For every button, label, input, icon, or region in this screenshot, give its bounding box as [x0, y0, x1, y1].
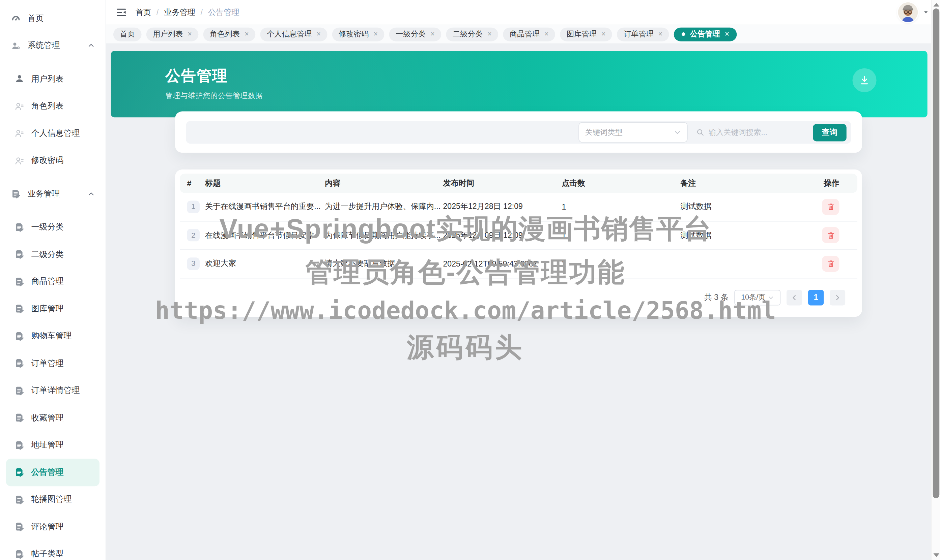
sidebar-item-label: 个人信息管理	[31, 128, 80, 139]
keyword-type-select[interactable]: 关键词类型	[579, 122, 687, 143]
menu-fold-icon[interactable]	[116, 7, 127, 18]
tab-order[interactable]: 订单管理 ×	[617, 27, 669, 41]
delete-button[interactable]	[822, 256, 840, 272]
sidebar-item-announcement[interactable]: 公告管理	[6, 459, 99, 486]
current-page[interactable]: 1	[808, 289, 824, 305]
close-icon[interactable]: ×	[374, 31, 377, 38]
sidebar-group-system[interactable]: 系统管理	[6, 32, 99, 59]
close-icon[interactable]: ×	[544, 31, 548, 38]
table-header: # 标题 内容 发布时间 点击数 备注 操作	[180, 174, 857, 193]
sidebar-item-order[interactable]: 订单管理	[6, 350, 99, 377]
pagination-total: 共 3 条	[704, 292, 729, 303]
sidebar-group-business[interactable]: 业务管理	[6, 180, 99, 208]
document-edit-icon	[14, 495, 25, 505]
cell-content: 为进一步提升用户体验、保障内...	[325, 202, 443, 212]
cell-title: 在线漫画书销售平台节假日安排	[205, 230, 325, 241]
sidebar-item-label: 角色列表	[31, 101, 63, 112]
tab-label: 图库管理	[566, 29, 597, 39]
col-remark: 备注	[680, 178, 807, 189]
document-edit-icon	[14, 467, 25, 477]
next-page-button[interactable]	[830, 289, 845, 305]
avatar[interactable]	[898, 2, 918, 22]
close-icon[interactable]: ×	[431, 31, 434, 38]
search-input[interactable]	[708, 128, 804, 137]
document-edit-icon	[14, 277, 25, 287]
sidebar-item-category-2[interactable]: 二级分类	[6, 241, 99, 268]
scroll-up-arrow[interactable]	[933, 3, 939, 7]
sidebar-item-label: 用户列表	[31, 74, 63, 84]
tab-announcement[interactable]: 公告管理 ×	[674, 27, 737, 41]
sidebar-item-address[interactable]: 地址管理	[6, 432, 99, 459]
trash-icon	[826, 231, 835, 240]
sidebar-item-comments[interactable]: 评论管理	[6, 513, 99, 540]
tab-user-list[interactable]: 用户列表 ×	[147, 27, 199, 41]
sidebar-item-post-type[interactable]: 帖子类型	[6, 540, 99, 560]
pagination: 共 3 条 10条/页 1	[180, 278, 857, 317]
close-icon[interactable]: ×	[244, 31, 249, 38]
cell-remark: 测试数据	[680, 230, 807, 241]
user-menu[interactable]	[898, 2, 929, 22]
breadcrumb-home[interactable]: 首页	[136, 7, 151, 17]
scrollbar-thumb[interactable]	[933, 8, 940, 498]
cell-clicks: 1	[562, 202, 680, 211]
sidebar-item-order-detail[interactable]: 订单详情管理	[6, 377, 99, 404]
download-button[interactable]	[852, 68, 876, 92]
sidebar-item-user-list[interactable]: 用户列表	[6, 65, 99, 93]
sidebar-item-favorites[interactable]: 收藏管理	[6, 404, 99, 432]
tab-category-1[interactable]: 一级分类 ×	[389, 27, 441, 41]
scroll-down-arrow[interactable]	[933, 553, 939, 557]
cell-time: 2025年12月09日 12:09	[443, 230, 562, 241]
sidebar-item-label: 评论管理	[31, 522, 63, 532]
close-icon[interactable]: ×	[188, 31, 191, 38]
tab-role-list[interactable]: 角色列表 ×	[204, 27, 256, 41]
tab-password[interactable]: 修改密码 ×	[332, 27, 384, 41]
tab-gallery[interactable]: 图库管理 ×	[560, 27, 612, 41]
close-icon[interactable]: ×	[658, 31, 662, 38]
document-edit-icon	[14, 549, 25, 559]
sidebar-item-category-1[interactable]: 一级分类	[6, 214, 99, 241]
query-button[interactable]: 查询	[813, 124, 847, 141]
search-bar: 关键词类型 查询	[186, 121, 851, 144]
sidebar-item-carousel[interactable]: 轮播图管理	[6, 486, 99, 513]
sidebar-item-profile[interactable]: 个人信息管理	[6, 120, 99, 147]
tab-label: 首页	[120, 29, 134, 39]
chevron-right-icon	[834, 294, 841, 301]
close-icon[interactable]: ×	[317, 31, 321, 38]
sidebar-item-gallery[interactable]: 图库管理	[6, 295, 99, 323]
col-content: 内容	[325, 178, 443, 189]
sidebar-item-label: 轮播图管理	[31, 494, 71, 505]
sidebar-item-home[interactable]: 首页	[6, 5, 99, 32]
sidebar-item-label: 购物车管理	[31, 331, 71, 342]
sidebar-item-role-list[interactable]: 角色列表	[6, 93, 99, 120]
tab-profile[interactable]: 个人信息管理 ×	[260, 27, 327, 41]
table-row: 2 在线漫画书销售平台节假日安排 为保障节假日期间用户能持续享... 2025年…	[180, 222, 857, 250]
tab-label: 订单管理	[624, 29, 654, 39]
close-icon[interactable]: ×	[725, 31, 729, 38]
page-title: 公告管理	[165, 66, 928, 86]
document-edit-icon	[14, 440, 25, 450]
delete-button[interactable]	[822, 199, 840, 215]
tab-home[interactable]: 首页	[113, 27, 142, 41]
document-edit-icon	[14, 249, 25, 260]
page-size-select[interactable]: 10条/页	[734, 289, 781, 305]
close-icon[interactable]: ×	[487, 31, 491, 38]
delete-button[interactable]	[822, 227, 840, 243]
sidebar-item-cart[interactable]: 购物车管理	[6, 323, 99, 350]
col-title: 标题	[205, 178, 325, 189]
tab-product[interactable]: 商品管理 ×	[503, 27, 555, 41]
app-viewport: 首页 系统管理 用户列表 角色列表 个人信息管理 修改密码 业务管理	[0, 0, 940, 560]
trash-icon	[826, 260, 835, 268]
document-edit-icon	[14, 413, 25, 423]
document-edit-icon	[14, 304, 25, 314]
search-icon	[696, 128, 705, 137]
sidebar-item-product[interactable]: 商品管理	[6, 268, 99, 295]
sidebar-item-label: 帖子类型	[31, 549, 63, 560]
prev-page-button[interactable]	[787, 289, 802, 305]
close-icon[interactable]: ×	[601, 31, 605, 38]
vertical-scrollbar	[931, 0, 940, 560]
tab-category-2[interactable]: 二级分类 ×	[446, 27, 499, 41]
sidebar-group-label: 系统管理	[28, 40, 60, 51]
sidebar-item-password[interactable]: 修改密码	[6, 147, 99, 174]
breadcrumb-business[interactable]: 业务管理	[164, 7, 195, 17]
chevron-left-icon	[790, 294, 798, 301]
